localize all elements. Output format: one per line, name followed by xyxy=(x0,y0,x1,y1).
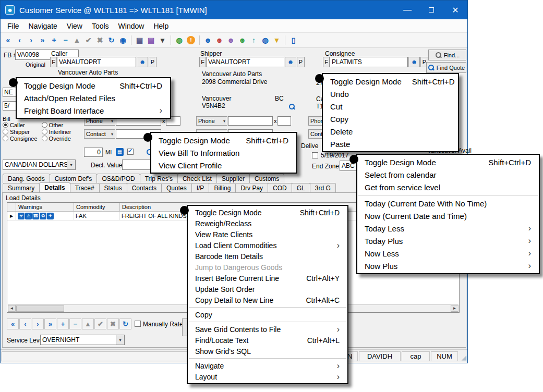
shipper-p-button[interactable]: P xyxy=(297,57,305,67)
menu-item[interactable]: Today Less› xyxy=(357,222,539,235)
shipper-f-button[interactable]: F xyxy=(199,57,206,67)
menu-item[interactable]: Today Plus› xyxy=(357,235,539,247)
consignee-profile-button[interactable]: ☻ xyxy=(408,57,420,67)
menu-item[interactable]: Freight Board Interface› xyxy=(17,104,170,117)
consignee-code-input[interactable]: PLATMITS xyxy=(330,57,408,67)
currency-dropdown[interactable]: CANADIAN DOLLARS▾ xyxy=(3,160,76,170)
menu-item[interactable]: Cut xyxy=(323,100,458,113)
info-icon[interactable]: ! xyxy=(187,36,195,44)
manually-rated-checkbox[interactable] xyxy=(135,321,141,327)
shipper-code-input[interactable]: VANAUTOPRT xyxy=(206,57,284,67)
status-field-fragment[interactable]: NE xyxy=(3,88,16,97)
menu-item[interactable]: Barcode Item Details xyxy=(188,251,347,262)
menu-item[interactable]: Attach/Open Related Files xyxy=(17,92,170,104)
last-record-icon[interactable]: » xyxy=(37,35,48,46)
delete-record-icon[interactable]: − xyxy=(60,35,71,46)
consignee-f-button[interactable]: F xyxy=(323,57,330,67)
menu-item[interactable]: View Client Profile xyxy=(151,159,296,172)
shipper-profile-button[interactable]: ☻ xyxy=(285,57,296,67)
tab-summary[interactable]: Summary xyxy=(3,183,40,192)
radio-consignee[interactable]: Consignee xyxy=(3,135,38,142)
mileage-calc-icon[interactable]: ▦ xyxy=(116,148,124,156)
menu-item[interactable]: Now Plus› xyxy=(357,260,539,272)
menu-item[interactable]: Copy xyxy=(188,309,347,320)
print-preview-icon[interactable]: ▤ xyxy=(146,35,156,46)
insert-record-icon[interactable]: + xyxy=(49,35,59,46)
post-edit-icon[interactable]: ✔ xyxy=(83,35,94,46)
shipper-phone-input[interactable] xyxy=(228,116,273,126)
menu-item[interactable]: Toggle Design ModeShift+Ctrl+D xyxy=(151,134,296,146)
caller-code-input[interactable]: VANAUTOPRT xyxy=(57,57,136,67)
find-button[interactable]: Find... xyxy=(428,50,466,60)
radio-shipper[interactable]: Shipper xyxy=(3,128,38,135)
driver-icon[interactable]: ☻ xyxy=(214,35,225,46)
last-record-icon[interactable]: » xyxy=(44,318,56,329)
service-level-dropdown[interactable]: OVERNIGHT▾ xyxy=(40,335,125,345)
cancel-edit-icon[interactable]: ✖ xyxy=(94,35,105,46)
menu-item[interactable]: Select from calendar xyxy=(357,168,539,181)
carrier-icon[interactable]: ☻ xyxy=(225,35,236,46)
menu-item[interactable]: Undo xyxy=(323,88,458,100)
tab-billing[interactable]: Billing xyxy=(209,183,236,192)
tab-status[interactable]: Status xyxy=(99,183,127,192)
tab-trace-[interactable]: Trace# xyxy=(70,183,100,192)
menu-item[interactable]: Navigate› xyxy=(188,360,347,371)
miles-input[interactable]: 0 xyxy=(84,148,103,157)
menu-item[interactable]: Layout› xyxy=(188,371,347,382)
scroll-left-icon[interactable]: ◄ xyxy=(8,305,16,312)
tab-i-p[interactable]: I/P xyxy=(191,183,210,192)
caller-profile-button[interactable]: ☻ xyxy=(137,57,148,67)
menu-tools[interactable]: Tools xyxy=(87,20,114,32)
menu-item[interactable]: Reweigh/Reclass xyxy=(188,218,347,229)
menu-item[interactable]: View Rate Clients xyxy=(188,229,347,240)
menu-help[interactable]: Help xyxy=(149,20,173,32)
tab-cod[interactable]: COD xyxy=(268,183,292,192)
globe-icon[interactable]: ◍ xyxy=(260,35,271,46)
edit-record-icon[interactable]: ▲ xyxy=(71,35,82,46)
menu-item[interactable]: Delete xyxy=(323,125,458,138)
tab-supplier[interactable]: Supplier xyxy=(216,174,250,183)
contacts-icon[interactable]: ☻ xyxy=(237,35,248,46)
next-record-icon[interactable]: › xyxy=(32,318,44,329)
tab-drv-pay[interactable]: Drv Pay xyxy=(235,183,268,192)
shipper-phone-type-dropdown[interactable]: Phone▾ xyxy=(196,116,227,126)
insert-record-icon[interactable]: + xyxy=(57,318,69,329)
post-edit-icon[interactable]: ✔ xyxy=(94,318,106,329)
menu-item[interactable]: Insert Before Current LineCtrl+Alt+Y xyxy=(188,273,347,284)
prior-record-icon[interactable]: ‹ xyxy=(14,35,25,46)
delete-record-icon[interactable]: − xyxy=(69,318,81,329)
tab-quotes[interactable]: Quotes xyxy=(161,183,192,192)
menu-item[interactable]: Load Client Commodities› xyxy=(188,240,347,251)
menu-item[interactable]: Toggle Design ModeShift+Ctrl+D xyxy=(357,156,539,168)
maximize-button[interactable] xyxy=(419,1,443,19)
menu-item[interactable]: Now (Current Date and Time) xyxy=(357,210,539,222)
tab-gl[interactable]: GL xyxy=(292,183,310,192)
scrollbar-thumb[interactable] xyxy=(16,305,64,312)
refresh-icon[interactable]: ↻ xyxy=(119,318,131,329)
date-field-fragment[interactable]: 5/ xyxy=(3,101,16,111)
menu-item[interactable]: Save Grid Contents to File› xyxy=(188,324,347,335)
refresh-icon[interactable]: ↻ xyxy=(106,35,117,46)
web-icon[interactable]: ◍ xyxy=(174,35,185,46)
report-icon[interactable]: ▯ xyxy=(288,35,299,46)
next-record-icon[interactable]: › xyxy=(26,35,37,46)
customer-icon[interactable]: ☻ xyxy=(202,35,213,46)
radio-other[interactable]: Other xyxy=(42,121,71,128)
resize-grip-icon[interactable]: ◢ xyxy=(459,351,466,361)
menu-item[interactable]: Today (Current Date With No Time) xyxy=(357,197,539,210)
filter-icon[interactable]: ▼ xyxy=(271,35,282,46)
delivery-date-checkbox[interactable] xyxy=(312,152,318,158)
shipper-ext-input[interactable] xyxy=(277,116,291,126)
first-record-icon[interactable]: « xyxy=(7,318,19,329)
menu-item[interactable]: Now Less› xyxy=(357,247,539,260)
menu-item[interactable]: Find/Locate TextCtrl+Alt+L xyxy=(188,335,347,346)
caller-p-button[interactable]: P xyxy=(149,57,156,67)
menu-item[interactable]: Copy xyxy=(323,113,458,125)
menu-item[interactable]: Update Sort Order xyxy=(188,284,347,295)
menu-view[interactable]: View xyxy=(62,20,87,32)
menu-item[interactable]: Get from service level xyxy=(357,181,539,193)
menu-item[interactable]: Toggle Design ModeShift+Ctrl+D xyxy=(188,207,347,218)
minimize-button[interactable]: — xyxy=(395,1,419,19)
tab-check-list[interactable]: Check List xyxy=(177,174,217,183)
scroll-right-icon[interactable]: ► xyxy=(451,305,458,312)
